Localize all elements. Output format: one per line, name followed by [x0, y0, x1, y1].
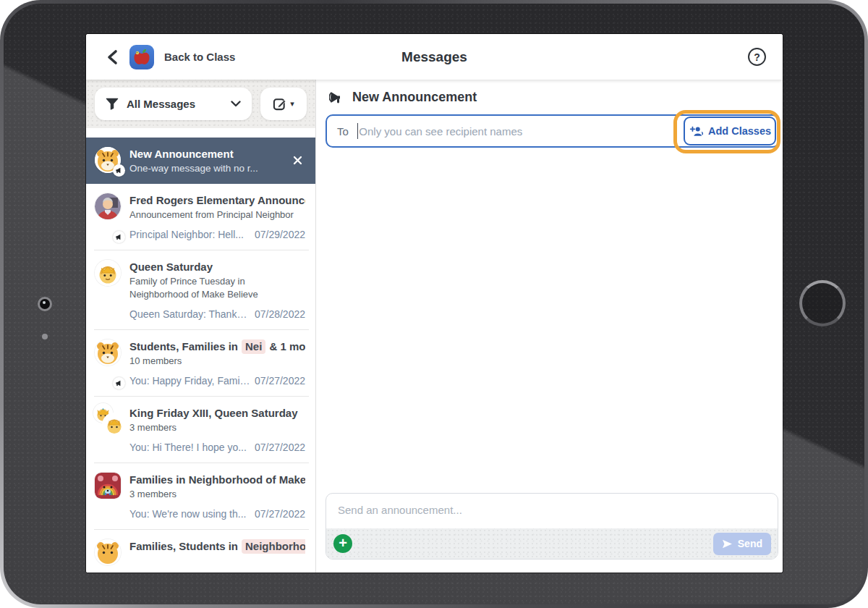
tablet-side-button	[799, 280, 846, 326]
front-camera	[38, 297, 52, 311]
list-item-queen-saturday[interactable]: Queen Saturday Family of Prince Tuesday …	[86, 250, 315, 330]
recipients-field[interactable]: To Add Classes	[326, 114, 780, 148]
chevron-down-icon	[231, 101, 241, 107]
compose-icon	[273, 97, 286, 111]
list-item-new-announcement[interactable]: New Announcement One-way message with no…	[86, 138, 315, 184]
compose-caret-icon: ▾	[290, 99, 294, 109]
back-chevron-icon[interactable]	[106, 49, 119, 65]
thread-title-highlight: Neighborhoo	[242, 539, 305, 554]
queen-avatar	[103, 414, 125, 436]
help-icon[interactable]: ?	[748, 48, 766, 66]
thread-members: 3 members	[129, 421, 305, 434]
tiger-avatar	[95, 339, 121, 366]
add-person-icon	[689, 126, 703, 137]
queen-avatar	[95, 260, 121, 286]
megaphone-badge-icon	[113, 231, 125, 243]
tablet-device-frame: Back to Class Messages ? All Messages	[0, 0, 868, 608]
list-item-families-students[interactable]: Families, Students in Neighborhoo ...	[86, 530, 315, 573]
class-app-icon[interactable]	[129, 45, 154, 69]
new-message-button[interactable]: ▾	[260, 88, 307, 120]
message-filter-dropdown[interactable]: All Messages	[95, 88, 252, 120]
announcement-panel: New Announcement To Add Classes	[316, 80, 783, 573]
rainbow-bear-avatar	[95, 473, 121, 499]
thread-title-pre: Students, Families in	[129, 339, 238, 354]
tiger-avatar	[95, 539, 121, 565]
send-button[interactable]: Send	[713, 533, 771, 555]
filter-funnel-icon	[106, 98, 119, 110]
apple-icon	[129, 45, 154, 69]
megaphone-icon	[329, 90, 345, 105]
thread-date: 07/27/2022	[255, 440, 305, 455]
announcement-input[interactable]	[338, 504, 766, 516]
app-header: Back to Class Messages ?	[86, 34, 783, 80]
list-item-families-neighborhood[interactable]: Families in Neighborhood of Make ... 3 m…	[86, 463, 315, 530]
thread-title-pre: Families, Students in	[129, 539, 238, 554]
add-classes-button[interactable]: Add Classes	[684, 117, 776, 145]
text-cursor	[357, 123, 359, 139]
list-item-students-families[interactable]: Students, Families in Nei & 1 more 10 me…	[86, 330, 315, 397]
back-to-class-label[interactable]: Back to Class	[164, 51, 235, 63]
thread-title: Queen Saturday	[129, 260, 305, 274]
thread-title: Fred Rogers Elementary Announce...	[129, 193, 305, 208]
principal-photo-avatar	[95, 193, 121, 219]
filter-label: All Messages	[127, 98, 223, 110]
thread-title: King Friday XIII, Queen Saturday	[129, 406, 305, 421]
composer-toolbar: + Send	[326, 528, 778, 559]
app-screen: Back to Class Messages ? All Messages	[86, 34, 783, 573]
message-list: New Announcement One-way message with no…	[86, 128, 315, 573]
thread-title: New Announcement	[129, 147, 280, 161]
thread-date: 07/27/2022	[255, 373, 305, 388]
thread-date: 07/29/2022	[255, 227, 305, 242]
panel-title: New Announcement	[352, 90, 477, 105]
send-icon	[722, 539, 733, 549]
list-item-king-queen[interactable]: King Friday XIII, Queen Saturday 3 membe…	[86, 397, 315, 463]
thread-title: Families in Neighborhood of Make ...	[129, 473, 305, 487]
microphone-dot	[42, 334, 48, 339]
messages-sidebar: All Messages ▾	[86, 80, 316, 573]
thread-date: 07/27/2022	[255, 507, 305, 521]
thread-preview: You: Happy Friday, Famil...	[129, 373, 250, 388]
megaphone-badge-icon	[113, 377, 125, 389]
thread-preview: Queen Saturday: Thanks...	[129, 307, 250, 321]
announcement-composer: + Send	[326, 493, 778, 560]
to-label: To	[337, 125, 349, 138]
thread-preview: Principal Neighbor: Hell...	[129, 227, 244, 242]
attachment-plus-button[interactable]: +	[333, 534, 352, 553]
send-label: Send	[738, 538, 762, 549]
thread-members: 10 members	[129, 355, 305, 368]
thread-subtitle: Announcement from Principal Neighbor	[129, 208, 305, 221]
thread-subtitle: Family of Prince Tuesday in Neighborhood…	[129, 275, 305, 301]
thread-title-post: & 1 more	[269, 339, 305, 354]
thread-preview: You: Hi There! I hope yo...	[129, 440, 247, 455]
add-classes-label: Add Classes	[708, 125, 771, 137]
thread-members: 3 members	[129, 488, 305, 501]
thread-title-highlight: Nei	[242, 339, 265, 354]
megaphone-badge-icon	[113, 164, 125, 177]
thread-subtitle: One-way message with no r...	[129, 162, 280, 175]
close-icon[interactable]	[290, 152, 305, 171]
thread-date: 07/28/2022	[255, 307, 305, 321]
thread-preview: You: We're now using th...	[129, 507, 246, 521]
filter-bar: All Messages ▾	[86, 80, 315, 128]
list-item-fred-rogers[interactable]: Fred Rogers Elementary Announce... Annou…	[86, 184, 315, 250]
